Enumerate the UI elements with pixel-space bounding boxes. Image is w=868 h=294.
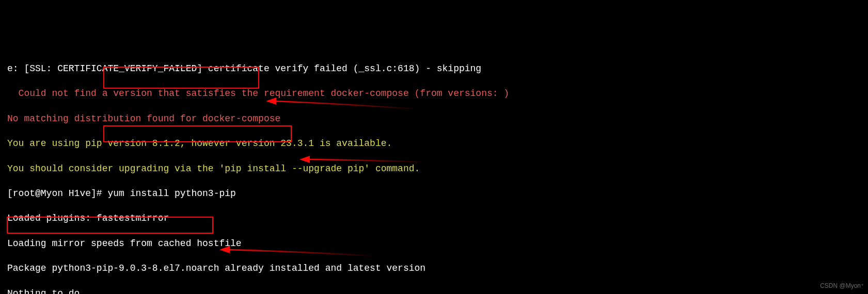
err-nomatch-line: No matching distribution found for docke… <box>7 113 280 124</box>
command-yum-install[interactable]: yum install python3-pip <box>107 188 235 199</box>
watermark: CSDN @Myon⁺ <box>820 280 864 292</box>
out-nothing-to-do: Nothing to do <box>7 288 80 294</box>
prompt-1: [root@Myon H1ve]# <box>7 188 107 199</box>
terminal-output: e: [SSL: CERTIFICATE_VERIFY_FAILED] cert… <box>7 50 868 294</box>
out-loading-mirror: Loading mirror speeds from cached hostfi… <box>7 238 242 249</box>
warn-line-1: You are using pip version 8.1.2, however… <box>7 138 392 149</box>
err-version-line: Could not find a version that satisfies … <box>7 88 509 99</box>
out-package-installed: Package python3-pip-9.0.3-8.el7.noarch a… <box>7 263 425 273</box>
out-loaded-plugins: Loaded plugins: fastestmirror <box>7 213 169 223</box>
err-line: e: [SSL: CERTIFICATE_VERIFY_FAILED] cert… <box>7 63 481 74</box>
warn-line-2: You should consider upgrading via the 'p… <box>7 164 420 174</box>
